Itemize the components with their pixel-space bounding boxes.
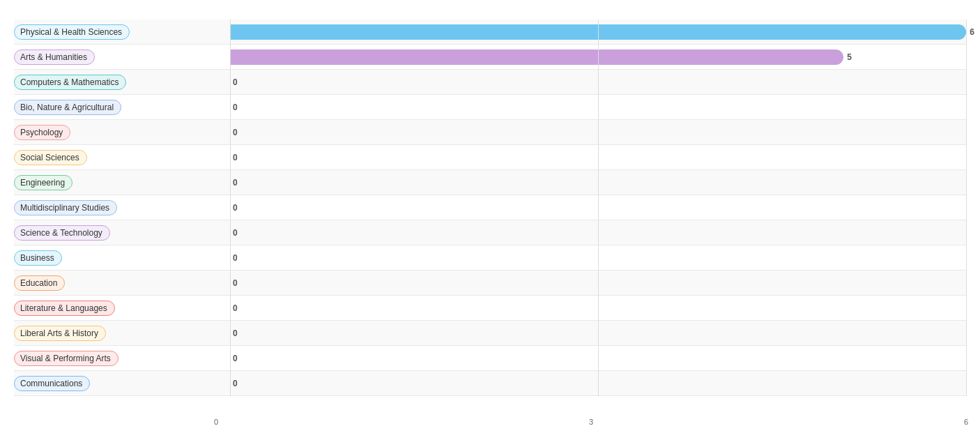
x-axis-tick: 6: [964, 418, 968, 426]
bar-fill: [230, 50, 843, 65]
bar-fill: [230, 24, 966, 40]
bar-value-label: 0: [233, 354, 238, 363]
label-area: Science & Technology: [14, 225, 230, 241]
bar-value-label: 6: [970, 27, 974, 37]
bar-section: 0: [230, 346, 966, 370]
bar-label-text: Education: [14, 275, 65, 291]
bar-row: Literature & Languages0: [14, 296, 966, 321]
bar-section: 0: [230, 120, 966, 144]
bar-value-label: 0: [233, 328, 238, 338]
bar-row: Psychology0: [14, 120, 966, 145]
bar-label-text: Arts & Humanities: [14, 50, 95, 65]
bar-section: 6: [230, 20, 966, 44]
bar-value-label: 0: [233, 153, 238, 162]
bar-section: 0: [230, 271, 966, 295]
bar-row: Bio, Nature & Agricultural0: [14, 95, 966, 120]
bar-section: 0: [230, 145, 966, 169]
bar-label-text: Engineering: [14, 175, 72, 190]
label-area: Business: [14, 250, 230, 266]
bar-row: Liberal Arts & History0: [14, 321, 966, 346]
bar-label-text: Science & Technology: [14, 225, 110, 241]
bar-label-text: Business: [14, 250, 62, 266]
bar-section: 0: [230, 170, 966, 195]
bar-label-text: Liberal Arts & History: [14, 326, 106, 341]
label-area: Psychology: [14, 125, 230, 140]
bar-row: Arts & Humanities5: [14, 45, 966, 70]
bar-label-text: Communications: [14, 376, 90, 391]
bar-label-text: Social Sciences: [14, 150, 87, 165]
bar-label-text: Bio, Nature & Agricultural: [14, 100, 121, 115]
bar-row: Social Sciences0: [14, 145, 966, 170]
bar-value-label: 0: [233, 253, 238, 263]
label-area: Arts & Humanities: [14, 50, 230, 65]
bar-section: 0: [230, 70, 966, 94]
bar-section: 0: [230, 195, 966, 220]
bar-label-text: Literature & Languages: [14, 301, 115, 316]
bar-value-label: 0: [233, 178, 238, 188]
bar-value-label: 0: [233, 128, 238, 137]
label-area: Communications: [14, 376, 230, 391]
bar-row: Physical & Health Sciences6: [14, 20, 966, 45]
bar-row: Visual & Performing Arts0: [14, 346, 966, 371]
bar-label-text: Physical & Health Sciences: [14, 24, 130, 40]
x-axis-tick: 0: [214, 418, 218, 426]
label-area: Multidisciplinary Studies: [14, 200, 230, 215]
bar-value-label: 0: [233, 379, 238, 388]
label-area: Computers & Mathematics: [14, 75, 230, 90]
bar-value-label: 5: [847, 52, 852, 62]
bar-value-label: 0: [233, 228, 238, 238]
label-area: Physical & Health Sciences: [14, 24, 230, 40]
bar-value-label: 0: [233, 103, 238, 112]
bar-label-text: Multidisciplinary Studies: [14, 200, 117, 215]
bar-label-text: Psychology: [14, 125, 70, 140]
bar-section: 5: [230, 45, 966, 69]
label-area: Visual & Performing Arts: [14, 351, 230, 366]
bar-section: 0: [230, 296, 966, 320]
label-area: Social Sciences: [14, 150, 230, 165]
bar-section: 0: [230, 371, 966, 395]
bar-row: Education0: [14, 271, 966, 296]
bar-section: 0: [230, 95, 966, 119]
bar-row: Communications0: [14, 371, 966, 396]
bar-label-text: Visual & Performing Arts: [14, 351, 118, 366]
x-axis-tick: 3: [589, 418, 593, 426]
bar-value-label: 0: [233, 303, 238, 313]
chart-container: Physical & Health Sciences6Arts & Humani…: [0, 0, 980, 440]
label-area: Liberal Arts & History: [14, 326, 230, 341]
bar-label-text: Computers & Mathematics: [14, 75, 126, 90]
bar-value-label: 0: [233, 77, 238, 87]
bar-row: Multidisciplinary Studies0: [14, 195, 966, 220]
label-area: Engineering: [14, 175, 230, 190]
bar-value-label: 0: [233, 203, 238, 213]
bar-row: Computers & Mathematics0: [14, 70, 966, 95]
bar-section: 0: [230, 321, 966, 345]
bar-row: Science & Technology0: [14, 220, 966, 245]
grid-line: [966, 20, 967, 396]
bar-value-label: 0: [233, 278, 238, 288]
bar-section: 0: [230, 220, 966, 245]
label-area: Bio, Nature & Agricultural: [14, 100, 230, 115]
bar-row: Business0: [14, 245, 966, 271]
label-area: Literature & Languages: [14, 301, 230, 316]
bar-section: 0: [230, 245, 966, 270]
chart-area: Physical & Health Sciences6Arts & Humani…: [14, 20, 966, 396]
label-area: Education: [14, 275, 230, 291]
x-axis-container: 036: [216, 419, 966, 433]
bar-row: Engineering0: [14, 170, 966, 195]
